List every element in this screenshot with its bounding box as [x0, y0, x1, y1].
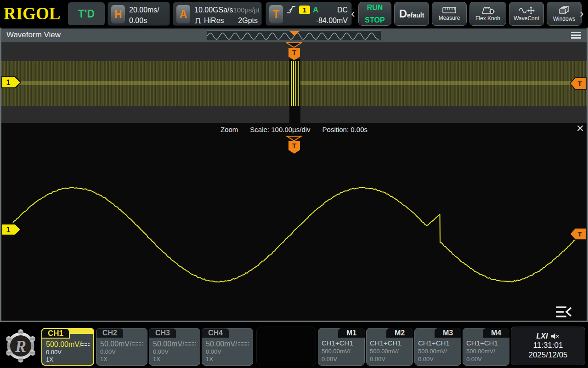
- rigol-gear-logo[interactable]: R: [4, 328, 38, 364]
- channel1-marker-zoom[interactable]: 1: [1, 224, 21, 236]
- system-status-block[interactable]: LXI 11:31:01 2025/12/05: [511, 327, 585, 365]
- ch3-probe: 1X: [153, 356, 196, 363]
- speaker-muted-icon: [550, 333, 560, 339]
- zoom-position: Position: 0.00s: [322, 126, 368, 133]
- trigger-level-marker-upper[interactable]: T: [570, 77, 587, 90]
- coupling-dashes-icon: [238, 342, 249, 346]
- channel3-block[interactable]: CH3 50.00mV/ 0.00V 1X: [149, 328, 200, 366]
- coupling-dashes-icon: [185, 342, 196, 346]
- ch4-offset: 0.00V: [206, 348, 249, 356]
- toolbar-scroll-right[interactable]: ›: [580, 6, 584, 21]
- channel1-marker-upper[interactable]: 1: [1, 76, 21, 88]
- zoom-window-waveform: [291, 61, 299, 106]
- ch3-scale: 50.00mV/: [153, 339, 184, 348]
- channel4-block[interactable]: CH4 50.00mV/ 0.00V 1X: [202, 328, 253, 366]
- trigger-sweep: A: [313, 5, 318, 15]
- trigger-level-marker-zoom[interactable]: T: [570, 228, 587, 240]
- channel1-tab[interactable]: CH1: [41, 328, 70, 339]
- svg-text:R: R: [15, 337, 26, 356]
- dot-time: 100ps/pt: [233, 5, 260, 15]
- timeline-overview[interactable]: [207, 30, 381, 41]
- channel2-block[interactable]: CH2 50.00mV/ 0.00V 1X: [96, 328, 147, 366]
- flex-knob-button[interactable]: Flex Knob: [469, 2, 506, 26]
- measure-label: Measure: [439, 15, 460, 21]
- top-status-bar: RIGOL T'D H 20.00ms/ 0.00s A 10.00GSa/s …: [0, 0, 588, 28]
- acq-mode: HiRes: [204, 15, 224, 26]
- math1-block[interactable]: M1 CH1+CH1 500.00mV/ 0.00V: [318, 328, 365, 366]
- trigger-coupling: DC: [337, 5, 348, 15]
- trigger-source-badge: 1: [299, 6, 310, 14]
- sample-rate: 10.00GSa/s: [194, 5, 233, 15]
- channel1-waveform: [13, 187, 575, 282]
- toolbar: RUN STOP Default Measure: [358, 2, 582, 26]
- math3-tab[interactable]: M3: [435, 328, 461, 338]
- memory-depth: 2Gpts: [238, 15, 258, 26]
- math2-tab[interactable]: M2: [386, 328, 413, 338]
- m1-scale: 500.00mV/: [322, 347, 361, 355]
- zoom-window-column[interactable]: [289, 59, 300, 123]
- trigger-position-tag-zoom[interactable]: T: [288, 141, 300, 154]
- channel1-block[interactable]: CH1 500.00mV/ 0.00V 1X: [41, 328, 94, 366]
- overview-waveform-area[interactable]: T 1 T: [1, 42, 587, 123]
- knob-icon: [481, 6, 495, 14]
- horizontal-settings-block[interactable]: H 20.00ms/ 0.00s: [107, 2, 170, 26]
- waveform-view-header: Waveform View: [1, 29, 587, 42]
- m3-expression: CH1+CH1: [418, 339, 458, 347]
- run-stop-button[interactable]: RUN STOP: [358, 2, 391, 26]
- zoom-label: Zoom: [220, 126, 238, 133]
- coupling-dashes-icon: [81, 342, 90, 347]
- ch1-probe: 1X: [46, 356, 90, 363]
- run-stop-divider: [363, 14, 387, 14]
- wavecont-label: WaveCont: [514, 15, 539, 22]
- bottom-status-bar: R CH1 500.00mV/ 0.00V 1X CH2 50.00mV/ 0.…: [0, 322, 588, 368]
- rigol-logo: RIGOL: [4, 4, 60, 23]
- windows-label: Windows: [553, 16, 576, 22]
- wavecont-button[interactable]: WaveCont: [509, 2, 544, 26]
- menu-icon[interactable]: [571, 32, 581, 40]
- channel2-tab[interactable]: CH2: [96, 328, 123, 338]
- svg-text:T: T: [577, 80, 582, 87]
- svg-text:1: 1: [6, 226, 11, 234]
- ch2-probe: 1X: [100, 356, 143, 363]
- trigger-level: -84.00mV: [316, 15, 348, 26]
- coupling-dashes-icon: [132, 342, 143, 346]
- trigger-status-badge: T'D: [68, 2, 105, 25]
- measure-button[interactable]: Measure: [432, 2, 467, 26]
- math4-tab[interactable]: M4: [483, 328, 509, 338]
- m3-offset: 0.00V: [418, 355, 458, 363]
- m1-offset: 0.00V: [322, 355, 361, 363]
- trigger-position-tag-upper[interactable]: T: [288, 47, 300, 61]
- waveform-frame: Waveform View T: [0, 28, 588, 322]
- svg-text:1: 1: [6, 79, 11, 86]
- m1-expression: CH1+CH1: [322, 339, 361, 347]
- ch2-scale: 50.00mV/: [100, 339, 131, 348]
- empty-slot-block: [256, 327, 316, 366]
- m2-offset: 0.00V: [370, 355, 409, 363]
- zoom-scale: Scale: 100.00µs/div: [250, 126, 310, 133]
- trigger-settings-block[interactable]: T 1 A DC -84.00mV: [266, 2, 352, 26]
- collapse-menu-icon[interactable]: [554, 305, 574, 319]
- default-button[interactable]: Default: [394, 2, 429, 26]
- svg-text:T: T: [292, 142, 296, 150]
- horizontal-position: 0.00s: [129, 15, 147, 26]
- math2-block[interactable]: M2 CH1+CH1 500.00mV/ 0.00V: [366, 328, 413, 366]
- math1-tab[interactable]: M1: [338, 328, 365, 338]
- math3-block[interactable]: M3 CH1+CH1 500.00mV/ 0.00V: [414, 328, 461, 366]
- channel3-tab[interactable]: CH3: [149, 328, 176, 338]
- system-date: 2025/12/05: [528, 351, 567, 360]
- zoom-waveform-area[interactable]: T 1 T: [1, 136, 587, 321]
- m4-offset: 0.00V: [466, 355, 506, 363]
- windows-button[interactable]: Windows: [547, 2, 582, 26]
- horizontal-icon: H: [111, 5, 125, 23]
- m3-scale: 500.00mV/: [418, 347, 458, 355]
- acquisition-settings-block[interactable]: A 10.00GSa/s 100ps/pt HiRes 2Gpts: [173, 2, 262, 26]
- windows-icon: [559, 6, 570, 15]
- m4-scale: 500.00mV/: [466, 347, 506, 355]
- toolbar-scroll-left[interactable]: ‹: [351, 6, 355, 21]
- trigger-icon: T: [269, 5, 283, 23]
- channel4-tab[interactable]: CH4: [202, 328, 229, 338]
- ch3-offset: 0.00V: [153, 348, 196, 356]
- flex-knob-label: Flex Knob: [475, 15, 500, 22]
- close-zoom-icon[interactable]: ×: [577, 122, 584, 135]
- math4-block[interactable]: M4 CH1+CH1 500.00mV/ 0.00V: [463, 328, 509, 366]
